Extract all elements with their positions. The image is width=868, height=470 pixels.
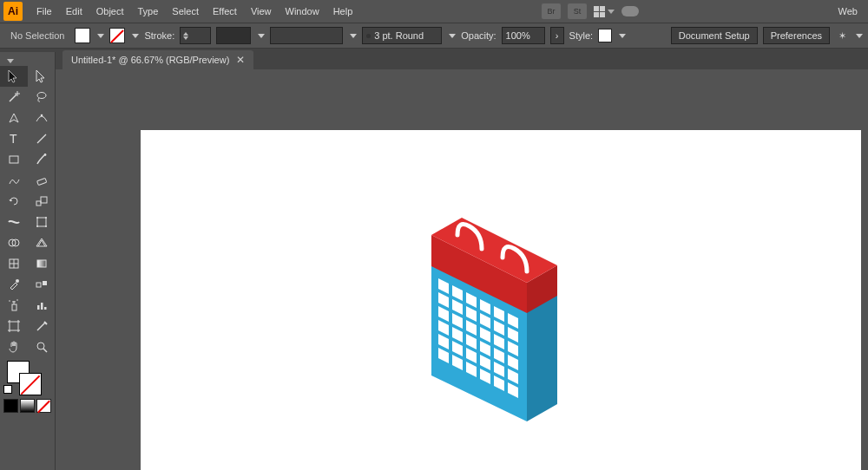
menu-effect[interactable]: Effect [206,3,244,20]
stroke-label: Stroke: [144,30,174,41]
svg-rect-18 [37,260,46,267]
stock-icon[interactable]: St [568,3,587,19]
rectangle-tool[interactable] [0,149,28,170]
opacity-label: Opacity: [461,30,496,41]
document-tab-title: Untitled-1* @ 66.67% (RGB/Preview) [71,55,229,65]
blend-tool[interactable] [28,274,56,295]
menu-select[interactable]: Select [165,3,206,20]
shape-builder-tool[interactable] [0,232,28,253]
symbol-sprayer-tool[interactable] [0,295,28,316]
opacity-value: 100% [506,30,530,41]
color-mode-gradient[interactable] [20,399,35,413]
svg-point-6 [44,153,47,156]
color-mode-row [0,397,55,413]
arrange-documents-icon[interactable] [594,6,615,17]
curvature-tool[interactable] [28,108,56,128]
eyedropper-tool[interactable] [0,274,28,295]
align-icon[interactable]: ✶ [835,29,849,42]
svg-point-24 [16,299,18,301]
svg-rect-20 [36,283,41,287]
artboard-tool[interactable] [0,316,28,336]
color-mode-solid[interactable] [3,399,18,413]
variable-width-profile[interactable] [216,27,251,44]
svg-rect-21 [43,281,47,285]
scale-tool[interactable] [28,191,56,212]
opacity-input[interactable]: 100% [502,27,545,44]
menu-object[interactable]: Object [89,3,131,20]
menu-view[interactable]: View [244,3,279,20]
brush-definition[interactable] [270,27,343,44]
fill-swatch[interactable] [75,28,90,43]
menu-help[interactable]: Help [326,3,360,20]
zoom-tool[interactable] [28,336,56,357]
column-graph-tool[interactable] [28,295,56,316]
workspace[interactable] [62,69,868,470]
toolbox: T [0,52,56,470]
default-fillstroke-icon[interactable] [3,385,12,394]
pen-tool[interactable] [0,108,28,128]
svg-point-0 [16,93,18,95]
stroke-dropdown-icon[interactable] [132,34,139,38]
paintbrush-tool[interactable] [28,149,56,170]
selection-status: No Selection [5,30,69,41]
hand-tool[interactable] [0,336,28,357]
gradient-tool[interactable] [28,253,56,274]
brush-dropdown-icon[interactable] [350,34,357,38]
svg-point-1 [37,93,46,99]
brush-select-dropdown-icon[interactable] [449,34,456,38]
svg-rect-25 [37,305,40,310]
svg-point-14 [45,225,47,227]
perspective-grid-tool[interactable] [28,232,56,253]
eraser-tool[interactable] [28,170,56,191]
stroke-weight-input[interactable] [180,27,211,44]
workspace-switcher[interactable]: Web [821,3,865,20]
free-transform-tool[interactable] [28,212,56,232]
shaper-tool[interactable] [0,170,28,191]
magic-wand-tool[interactable] [0,87,28,108]
menu-window[interactable]: Window [279,3,326,20]
width-tool[interactable] [0,212,28,232]
svg-rect-26 [41,303,43,310]
document-tab[interactable]: Untitled-1* @ 66.67% (RGB/Preview) ✕ [62,50,253,69]
sync-icon[interactable] [621,6,639,16]
color-mode-none[interactable] [36,399,51,413]
stroke-swatch[interactable] [109,28,125,43]
menu-edit[interactable]: Edit [59,3,89,20]
rotate-tool[interactable] [0,191,28,212]
type-tool[interactable]: T [0,128,28,149]
svg-rect-5 [10,156,18,163]
menu-file[interactable]: File [30,3,59,20]
brush-select[interactable]: 3 pt. Round [362,27,442,44]
menu-bar: Ai File Edit Object Type Select Effect V… [0,0,868,23]
close-tab-icon[interactable]: ✕ [236,54,245,66]
menu-type[interactable]: Type [131,3,166,20]
direct-selection-tool[interactable] [28,66,56,87]
preferences-button[interactable]: Preferences [763,27,830,44]
document-setup-button[interactable]: Document Setup [671,27,758,44]
svg-rect-10 [37,218,46,226]
selection-tool[interactable] [0,66,28,87]
artboard[interactable] [141,130,861,470]
lasso-tool[interactable] [28,87,56,108]
opacity-slider-toggle[interactable]: › [550,27,564,44]
document-tabs: Untitled-1* @ 66.67% (RGB/Preview) ✕ [0,49,868,69]
slice-tool[interactable] [28,316,56,336]
svg-rect-28 [10,322,18,330]
fill-stroke-control[interactable] [0,357,55,397]
stroke-color-icon[interactable] [19,373,42,395]
width-profile-dropdown-icon[interactable] [258,34,265,38]
fill-dropdown-icon[interactable] [97,34,104,38]
toolbox-handle[interactable] [0,55,55,66]
svg-line-30 [43,349,47,352]
mesh-tool[interactable] [0,253,28,274]
style-dropdown-icon[interactable] [619,34,626,38]
style-swatch[interactable] [598,29,612,42]
svg-point-13 [36,225,38,227]
svg-rect-7 [37,178,47,185]
bridge-icon[interactable]: Br [542,3,561,19]
svg-text:T: T [10,132,17,146]
svg-point-23 [9,300,10,302]
svg-rect-8 [36,201,41,206]
line-tool[interactable] [28,128,56,149]
align-dropdown-icon[interactable] [856,34,863,38]
